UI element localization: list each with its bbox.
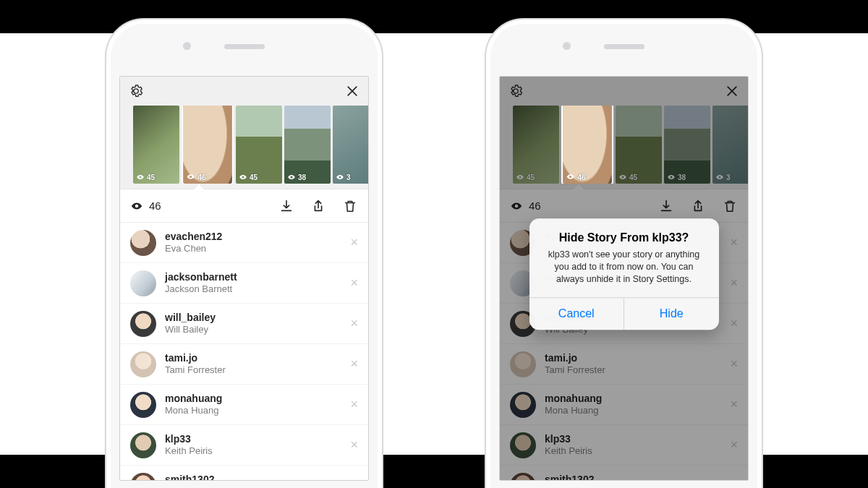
viewer-fullname: Mona Huang [165,405,222,416]
avatar [130,432,156,458]
story-thumbnails: 45 46 45 38 3 [133,106,368,184]
hide-viewer-button[interactable]: × [350,275,358,291]
share-button[interactable] [310,198,326,214]
hide-viewer-button[interactable]: × [350,235,358,250]
selection-pointer [194,184,204,189]
story-views: 38 [298,174,306,181]
phone-right: 45 46 45 38 3 46 [485,18,763,488]
avatar [130,270,156,296]
avatar [130,351,156,377]
viewer-row[interactable]: jacksonbarnettJackson Barnett× [120,263,368,304]
viewer-row[interactable]: klp33Keith Peiris× [120,425,368,466]
alert-confirm-button[interactable]: Hide [624,298,719,330]
hide-viewer-button[interactable]: × [350,478,358,481]
viewer-fullname: Keith Peiris [165,445,213,457]
avatar [130,473,156,481]
avatar [130,311,156,337]
viewer-row[interactable]: will_baileyWill Bailey× [120,304,368,344]
viewer-username: monahuang [165,393,222,406]
phone-speaker [224,44,265,49]
alert-title: Hide Story From klp33? [541,232,707,245]
action-bar: 46 [120,189,368,223]
viewer-row[interactable]: evachen212Eva Chen× [120,223,368,263]
story-tray: 45 46 45 38 3 [120,77,368,189]
story-views: 46 [197,173,206,181]
alert-cancel-button[interactable]: Cancel [529,298,625,330]
viewer-row[interactable]: smith1302Eric Smith× [120,466,368,481]
viewer-username: smith1302 [165,474,214,481]
phone-speaker [604,44,644,49]
story-views: 45 [250,174,258,181]
story-thumb[interactable]: 38 [284,106,331,184]
screen-left: 45 46 45 38 3 46 [119,76,369,481]
viewer-username: klp33 [165,433,213,446]
phone-left: 45 46 45 38 3 46 [105,18,383,488]
hide-viewer-button[interactable]: × [350,356,358,372]
story-thumb[interactable]: 45 [133,106,179,184]
story-thumb-selected[interactable]: 46 [183,106,232,184]
hide-story-alert: Hide Story From klp33? klp33 won't see y… [529,219,719,330]
viewer-fullname: Eva Chen [165,243,222,254]
story-views: 46 [577,173,586,181]
delete-button[interactable] [342,198,358,214]
viewer-username: will_bailey [165,312,216,325]
view-count: 46 [149,200,161,212]
viewer-username: tami.jo [165,352,226,365]
story-views: 3 [346,174,351,181]
viewer-username: evachen212 [165,231,222,244]
viewer-fullname: Tami Forrester [165,364,226,376]
viewer-row[interactable]: monahuangMona Huang× [120,385,368,425]
story-thumb-selected[interactable]: 46 [563,106,612,184]
viewer-fullname: Will Bailey [165,324,216,335]
viewer-fullname: Jackson Barnett [165,283,237,295]
close-button[interactable] [345,84,359,98]
screen-right: 45 46 45 38 3 46 [499,76,749,481]
story-thumb[interactable]: 45 [236,106,282,184]
hide-viewer-button[interactable]: × [350,397,358,412]
story-views: 45 [147,174,155,181]
avatar [130,392,156,418]
alert-message: klp33 won't see your story or anything y… [541,249,707,286]
story-thumb[interactable]: 3 [333,106,368,184]
viewer-list: evachen212Eva Chen× jacksonbarnettJackso… [120,223,368,481]
download-button[interactable] [278,198,294,214]
eye-icon [130,200,143,213]
hide-viewer-button[interactable]: × [350,437,358,453]
viewer-username: jacksonbarnett [165,271,237,284]
viewer-row[interactable]: tami.joTami Forrester× [120,344,368,385]
avatar [130,230,156,256]
settings-button[interactable] [129,84,143,98]
phone-camera [183,42,191,50]
hide-viewer-button[interactable]: × [350,316,358,331]
phone-camera [563,42,571,50]
